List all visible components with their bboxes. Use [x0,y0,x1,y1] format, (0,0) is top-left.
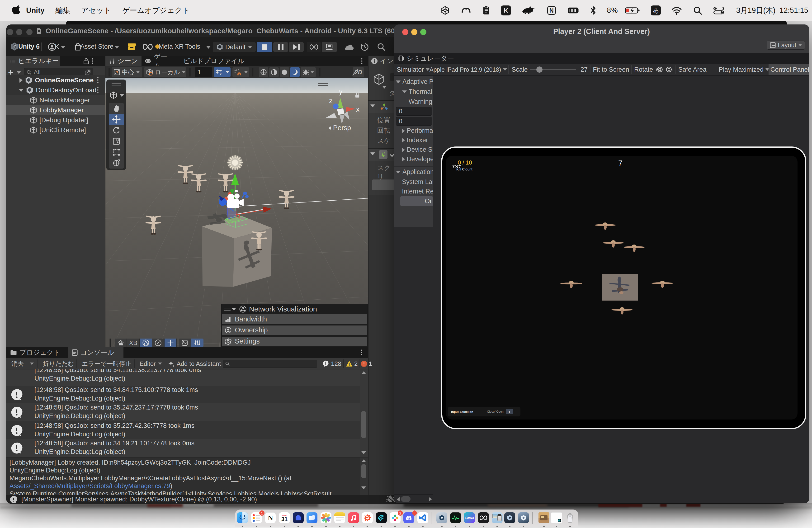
svg-text:z: z [329,97,332,104]
svg-text:N: N [549,7,554,14]
svg-text:y: y [339,88,342,96]
svg-text:Y: Y [219,72,222,76]
svg-text:x: x [356,106,360,113]
